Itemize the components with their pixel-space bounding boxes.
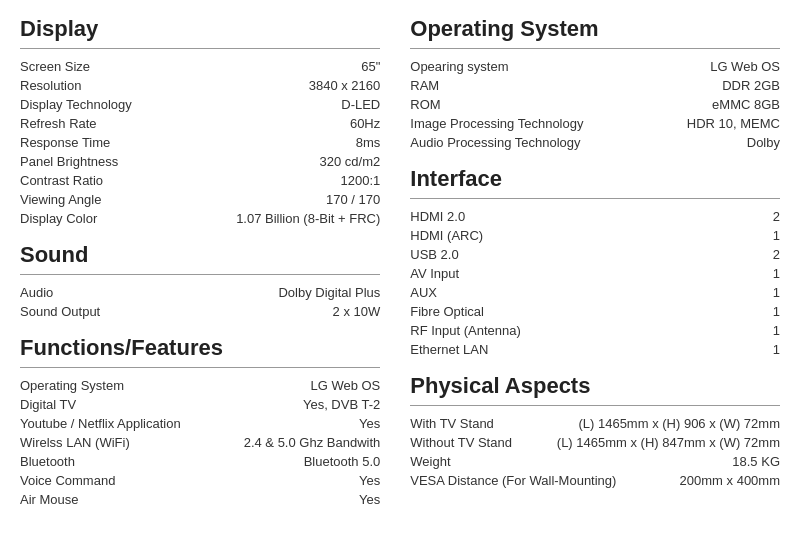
sound-rows: AudioDolby Digital PlusSound Output2 x 1… — [20, 283, 380, 321]
table-row: BluetoothBluetooth 5.0 — [20, 452, 380, 471]
table-row: Youtube / Netflix ApplicationYes — [20, 414, 380, 433]
table-row: Screen Size65" — [20, 57, 380, 76]
physical-heading: Physical Aspects — [410, 373, 780, 399]
left-column: Display Screen Size65"Resolution3840 x 2… — [20, 16, 400, 523]
row-value: Bluetooth 5.0 — [304, 454, 381, 469]
row-value: 2 x 10W — [333, 304, 381, 319]
row-label: Without TV Stand — [410, 435, 512, 450]
row-label: Image Processing Technology — [410, 116, 583, 131]
row-value: (L) 1465mm x (H) 906 x (W) 72mm — [578, 416, 780, 431]
row-label: Air Mouse — [20, 492, 79, 507]
table-row: Response Time8ms — [20, 133, 380, 152]
row-value: 2.4 & 5.0 Ghz Bandwith — [244, 435, 381, 450]
table-row: Weight18.5 KG — [410, 452, 780, 471]
sound-divider — [20, 274, 380, 275]
functions-divider — [20, 367, 380, 368]
table-row: AV Input1 — [410, 264, 780, 283]
row-value: Yes — [359, 473, 380, 488]
row-label: Wirelss LAN (WiFi) — [20, 435, 130, 450]
row-value: 3840 x 2160 — [309, 78, 381, 93]
table-row: Air MouseYes — [20, 490, 380, 509]
row-label: RF Input (Antenna) — [410, 323, 521, 338]
display-divider — [20, 48, 380, 49]
row-value: 1 — [773, 285, 780, 300]
row-value: HDR 10, MEMC — [687, 116, 780, 131]
sound-heading: Sound — [20, 242, 380, 268]
row-label: Resolution — [20, 78, 81, 93]
row-value: LG Web OS — [310, 378, 380, 393]
row-value: 170 / 170 — [326, 192, 380, 207]
row-label: AUX — [410, 285, 437, 300]
table-row: Sound Output2 x 10W — [20, 302, 380, 321]
table-row: AUX1 — [410, 283, 780, 302]
row-label: VESA Distance (For Wall-Mounting) — [410, 473, 616, 488]
row-value: 60Hz — [350, 116, 380, 131]
os-rows: Opearing systemLG Web OSRAMDDR 2GBROMeMM… — [410, 57, 780, 152]
row-value: 320 cd/m2 — [320, 154, 381, 169]
table-row: Opearing systemLG Web OS — [410, 57, 780, 76]
row-value: 200mm x 400mm — [680, 473, 780, 488]
physical-divider — [410, 405, 780, 406]
os-section: Operating System Opearing systemLG Web O… — [410, 16, 780, 152]
table-row: Image Processing TechnologyHDR 10, MEMC — [410, 114, 780, 133]
table-row: Operating SystemLG Web OS — [20, 376, 380, 395]
display-heading: Display — [20, 16, 380, 42]
row-label: Opearing system — [410, 59, 508, 74]
row-value: Yes, DVB T-2 — [303, 397, 380, 412]
row-value: 1.07 Billion (8-Bit + FRC) — [236, 211, 380, 226]
os-heading: Operating System — [410, 16, 780, 42]
row-label: Ethernet LAN — [410, 342, 488, 357]
interface-divider — [410, 198, 780, 199]
table-row: AudioDolby Digital Plus — [20, 283, 380, 302]
table-row: Viewing Angle170 / 170 — [20, 190, 380, 209]
table-row: RF Input (Antenna)1 — [410, 321, 780, 340]
functions-heading: Functions/Features — [20, 335, 380, 361]
row-label: Display Technology — [20, 97, 132, 112]
row-value: eMMC 8GB — [712, 97, 780, 112]
physical-rows: With TV Stand(L) 1465mm x (H) 906 x (W) … — [410, 414, 780, 490]
table-row: Contrast Ratio1200:1 — [20, 171, 380, 190]
row-label: HDMI 2.0 — [410, 209, 465, 224]
table-row: Wirelss LAN (WiFi)2.4 & 5.0 Ghz Bandwith — [20, 433, 380, 452]
row-label: Digital TV — [20, 397, 76, 412]
row-value: Dolby Digital Plus — [278, 285, 380, 300]
row-label: Display Color — [20, 211, 97, 226]
table-row: With TV Stand(L) 1465mm x (H) 906 x (W) … — [410, 414, 780, 433]
row-value: 18.5 KG — [732, 454, 780, 469]
row-value: Yes — [359, 492, 380, 507]
row-label: Screen Size — [20, 59, 90, 74]
table-row: Digital TVYes, DVB T-2 — [20, 395, 380, 414]
row-value: LG Web OS — [710, 59, 780, 74]
table-row: RAMDDR 2GB — [410, 76, 780, 95]
row-label: Sound Output — [20, 304, 100, 319]
functions-rows: Operating SystemLG Web OSDigital TVYes, … — [20, 376, 380, 509]
row-value: 1 — [773, 342, 780, 357]
functions-section: Functions/Features Operating SystemLG We… — [20, 335, 380, 509]
interface-heading: Interface — [410, 166, 780, 192]
display-section: Display Screen Size65"Resolution3840 x 2… — [20, 16, 380, 228]
table-row: Without TV Stand(L) 1465mm x (H) 847mm x… — [410, 433, 780, 452]
table-row: Voice CommandYes — [20, 471, 380, 490]
row-value: 65" — [361, 59, 380, 74]
table-row: Panel Brightness320 cd/m2 — [20, 152, 380, 171]
physical-section: Physical Aspects With TV Stand(L) 1465mm… — [410, 373, 780, 490]
row-label: Viewing Angle — [20, 192, 101, 207]
table-row: Resolution3840 x 2160 — [20, 76, 380, 95]
row-value: 1 — [773, 266, 780, 281]
row-value: DDR 2GB — [722, 78, 780, 93]
row-label: Contrast Ratio — [20, 173, 103, 188]
sound-section: Sound AudioDolby Digital PlusSound Outpu… — [20, 242, 380, 321]
table-row: HDMI (ARC)1 — [410, 226, 780, 245]
table-row: Ethernet LAN1 — [410, 340, 780, 359]
table-row: Display Color1.07 Billion (8-Bit + FRC) — [20, 209, 380, 228]
table-row: Audio Processing TechnologyDolby — [410, 133, 780, 152]
right-column: Operating System Opearing systemLG Web O… — [400, 16, 780, 523]
table-row: HDMI 2.02 — [410, 207, 780, 226]
row-value: 1 — [773, 228, 780, 243]
row-value: 8ms — [356, 135, 381, 150]
row-label: Panel Brightness — [20, 154, 118, 169]
row-value: 2 — [773, 209, 780, 224]
row-label: Operating System — [20, 378, 124, 393]
row-label: AV Input — [410, 266, 459, 281]
row-value: 1 — [773, 323, 780, 338]
